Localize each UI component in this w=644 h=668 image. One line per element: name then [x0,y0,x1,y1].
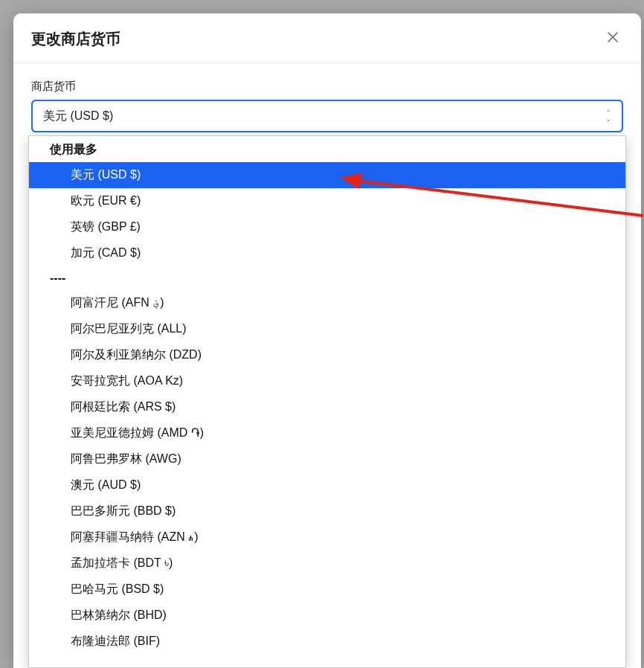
currency-option[interactable]: 安哥拉宽扎 (AOA Kz) [29,368,625,394]
currency-option[interactable]: 澳元 (AUD $) [29,472,625,498]
currency-dropdown[interactable]: 使用最多 美元 (USD $)欧元 (EUR €)英镑 (GBP £)加元 (C… [28,135,626,668]
currency-option[interactable]: 欧元 (EUR €) [29,188,625,214]
close-icon [605,28,620,49]
modal-header: 更改商店货币 [13,13,641,63]
select-caret-icon: ⌃⌄ [605,110,611,122]
currency-option[interactable]: 阿尔及利亚第纳尔 (DZD) [29,342,625,368]
currency-option[interactable]: 布隆迪法郎 (BIF) [29,629,625,655]
dropdown-group-header: 使用最多 [29,136,625,162]
currency-option[interactable]: 巴巴多斯元 (BBD $) [29,498,625,524]
currency-option[interactable]: 巴哈马元 (BSD $) [29,577,625,603]
currency-option[interactable]: 亚美尼亚德拉姆 (AMD ֏) [29,420,625,446]
currency-option[interactable]: 加元 (CAD $) [29,240,625,266]
currency-option[interactable]: 阿根廷比索 (ARS $) [29,394,625,420]
currency-option[interactable]: 阿塞拜疆马纳特 (AZN ₼) [29,524,625,550]
currency-option[interactable]: 孟加拉塔卡 (BDT ৳) [29,550,625,577]
currency-option[interactable]: 阿富汗尼 (AFN ؋) [29,290,625,316]
modal-title: 更改商店货币 [31,29,120,49]
dropdown-divider: ---- [29,266,625,290]
currency-field-label: 商店货币 [31,80,623,94]
currency-option[interactable]: 巴林第纳尔 (BHD) [29,603,625,629]
currency-select-value: 美元 (USD $) [43,109,113,124]
currency-option[interactable]: 阿尔巴尼亚列克 (ALL) [29,316,625,342]
currency-select[interactable]: 美元 (USD $) ⌃⌄ [31,100,623,132]
currency-option[interactable]: 英镑 (GBP £) [29,214,625,240]
close-button[interactable] [602,28,623,49]
currency-option[interactable]: 阿鲁巴弗罗林 (AWG) [29,446,625,472]
modal-body: 商店货币 美元 (USD $) ⌃⌄ 使用最多 美元 (USD $)欧元 (EU… [13,63,641,668]
currency-option[interactable]: 美元 (USD $) [29,162,625,188]
change-currency-modal: 更改商店货币 商店货币 美元 (USD $) ⌃⌄ 使用最多 美元 (USD $… [13,13,641,668]
